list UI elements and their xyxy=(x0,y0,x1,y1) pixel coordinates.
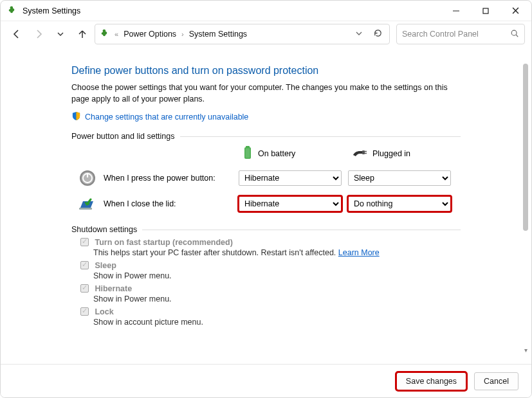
minimize-button[interactable] xyxy=(441,1,471,21)
sleep-label: Sleep xyxy=(95,261,116,270)
power-button-plugged-in-select[interactable]: Sleep xyxy=(348,170,451,186)
title-bar: System Settings xyxy=(1,1,531,21)
address-dropdown-icon[interactable] xyxy=(351,30,367,39)
column-plugged-in: Plugged in xyxy=(348,147,451,159)
learn-more-link[interactable]: Learn More xyxy=(338,248,380,257)
svg-point-4 xyxy=(511,30,517,35)
lock-desc: Show in account picture menu. xyxy=(93,318,461,327)
search-box[interactable]: Search Control Panel xyxy=(396,24,525,44)
laptop-lid-icon xyxy=(78,194,97,213)
scrollbar-thumb[interactable] xyxy=(523,64,528,231)
row-power-button: When I press the power button: xyxy=(78,168,232,188)
svg-rect-8 xyxy=(246,149,250,158)
fast-startup-desc: This helps start your PC faster after sh… xyxy=(93,248,461,257)
recent-dropdown-button[interactable] xyxy=(51,24,70,44)
up-button[interactable] xyxy=(73,24,92,44)
refresh-button[interactable] xyxy=(371,28,385,40)
forward-button[interactable] xyxy=(29,24,48,44)
row-close-lid: When I close the lid: xyxy=(78,194,232,213)
hibernate-desc: Show in Power menu. xyxy=(93,294,461,303)
bottom-bar: Save changes Cancel xyxy=(1,364,531,397)
power-options-icon xyxy=(99,28,111,40)
search-placeholder: Search Control Panel xyxy=(402,30,510,39)
back-button[interactable] xyxy=(7,24,26,44)
breadcrumb-system-settings[interactable]: System Settings xyxy=(188,28,248,40)
maximize-button[interactable] xyxy=(471,1,500,21)
svg-rect-9 xyxy=(362,150,365,154)
page-heading: Define power buttons and turn on passwor… xyxy=(71,65,461,77)
save-changes-button[interactable]: Save changes xyxy=(396,372,466,390)
breadcrumb-prefix: « xyxy=(115,30,118,38)
chevron-right-icon: › xyxy=(181,30,184,38)
breadcrumb-power-options[interactable]: Power Options xyxy=(122,28,178,40)
app-icon xyxy=(7,6,17,16)
power-button-on-battery-select[interactable]: Hibernate xyxy=(239,170,342,186)
hibernate-checkbox[interactable] xyxy=(80,284,89,293)
vertical-scrollbar[interactable]: ▾ xyxy=(521,60,530,354)
power-button-icon xyxy=(78,168,97,188)
search-icon xyxy=(510,29,519,40)
section-power-button-lid: Power button and lid settings xyxy=(71,132,175,141)
battery-icon xyxy=(243,145,253,162)
sleep-checkbox[interactable] xyxy=(80,261,89,269)
svg-line-5 xyxy=(516,35,518,37)
hibernate-label: Hibernate xyxy=(95,284,132,293)
lock-label: Lock xyxy=(95,307,113,316)
svg-rect-16 xyxy=(79,208,92,210)
address-bar[interactable]: « Power Options › System Settings xyxy=(95,24,390,44)
content-area: Define power buttons and turn on passwor… xyxy=(1,50,531,364)
section-shutdown-settings: Shutdown settings xyxy=(71,225,137,234)
close-button[interactable] xyxy=(500,1,530,21)
fast-startup-checkbox[interactable] xyxy=(80,238,89,246)
divider xyxy=(142,230,461,230)
fast-startup-label: Turn on fast startup (recommended) xyxy=(95,238,232,247)
svg-rect-1 xyxy=(483,8,488,14)
close-lid-plugged-in-select[interactable]: Do nothing xyxy=(348,196,451,212)
shield-icon xyxy=(71,111,81,123)
column-on-battery: On battery xyxy=(239,145,342,162)
cancel-button[interactable]: Cancel xyxy=(474,372,518,390)
page-description: Choose the power settings that you want … xyxy=(71,82,461,105)
change-settings-link[interactable]: Change settings that are currently unava… xyxy=(85,113,248,122)
nav-bar: « Power Options › System Settings Search… xyxy=(1,21,531,47)
plug-icon xyxy=(352,147,367,159)
divider xyxy=(180,136,461,137)
lock-checkbox[interactable] xyxy=(80,307,89,316)
close-lid-on-battery-select[interactable]: Hibernate xyxy=(239,196,342,212)
window-title: System Settings xyxy=(23,6,80,15)
sleep-desc: Show in Power menu. xyxy=(93,271,461,280)
scrollbar-down-arrow[interactable]: ▾ xyxy=(521,345,530,354)
